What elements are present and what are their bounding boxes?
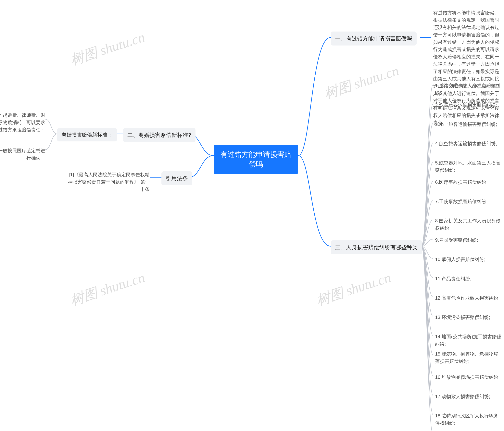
branch-citation-leaf: [1]《最高人民法院关于确定民事侵权精神损害赔偿责任若干问题的解释》 第一十条	[65, 170, 152, 194]
types-item-13: 13.环境污染损害赔偿纠纷;	[433, 312, 492, 322]
types-item-18: 18.驻特别行政区军人执行职务侵权纠纷;	[433, 411, 504, 428]
watermark: 树图 shutu.cn	[68, 28, 147, 70]
types-item-2: 2.铁路旅客运输损害赔偿纠纷;	[433, 100, 499, 110]
branch-citation[interactable]: 引用法条	[162, 171, 192, 185]
types-item-17: 17.动物致人损害赔偿纠纷;	[433, 392, 492, 401]
branch-3-types[interactable]: 三、人身损害赔偿纠纷有哪些种类	[331, 240, 422, 254]
types-item-7: 7.工伤事故损害赔偿纠纷;	[433, 197, 490, 206]
watermark: 树图 shutu.cn	[314, 268, 393, 310]
watermark: 树图 shutu.cn	[68, 268, 147, 310]
connector-layer	[0, 0, 504, 431]
root-node[interactable]: 有过错方能申请损害赔偿吗	[214, 145, 298, 174]
types-item-1: 1.道路交通事故人身损害赔偿纠纷;	[433, 81, 504, 98]
types-item-14: 14.地面(公共场所)施工损害赔偿纠纷;	[433, 332, 504, 349]
types-item-6: 6.医疗事故损害赔偿纠纷;	[433, 177, 490, 187]
types-item-4: 4.航空旅客运输损害赔偿纠纷;	[433, 139, 499, 148]
branch-2-leaf-2: 2.精神损失费一般按照医疗鉴定书进行确认。	[0, 146, 47, 163]
branch-2-sub[interactable]: 离婚损害赔偿新标准：	[57, 128, 117, 141]
types-item-10: 10.雇佣人损害赔偿纠纷;	[433, 255, 487, 264]
branch-1[interactable]: 一、有过错方能申请损害赔偿吗	[331, 32, 417, 46]
types-item-15: 15.建筑物、搁置物、悬挂物塌落损害赔偿纠纷;	[433, 349, 504, 366]
branch-2-leaf-1: 1.受害方花费的起诉费、律师费、财产损失等实际物质消耗，可以要求过错方承担赔偿责…	[0, 110, 47, 135]
types-item-12: 12.高度危险作业致人损害纠纷;	[433, 293, 502, 303]
watermark: 树图 shutu.cn	[322, 62, 401, 103]
types-item-8: 8.国家机关及其工作人员职务侵权纠纷;	[433, 216, 504, 233]
types-item-5: 5.航空器对地、水面第三人损害赔偿纠纷;	[433, 158, 504, 175]
types-item-9: 9.雇员受害赔偿纠纷;	[433, 235, 480, 245]
types-item-19: 19.防卫过当损害赔偿纠纷;紧急避险损害赔偿纠纷等。	[433, 428, 504, 431]
types-item-16: 16.堆放物品倒塌损害赔偿纠纷;	[433, 372, 502, 382]
types-item-11: 11.产品责任纠纷;	[433, 274, 473, 284]
branch-2[interactable]: 二、离婚损害赔偿新标准?	[123, 128, 196, 142]
types-item-3: 3.水上旅客运输损害赔偿纠纷;	[433, 119, 499, 129]
